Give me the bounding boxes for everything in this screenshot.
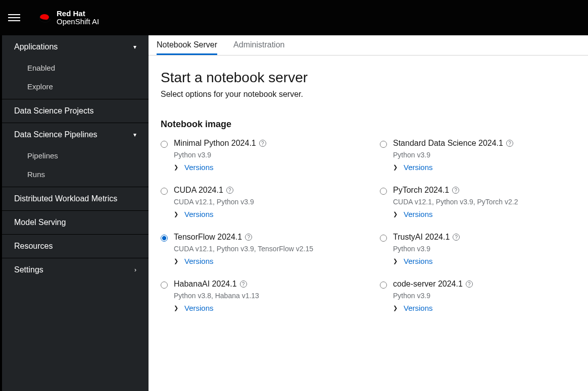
notebook-image-title: PyTorch 2024.1? [393,186,575,195]
sidebar-item-applications[interactable]: Applications ▾ [2,35,149,59]
notebook-image-radio[interactable] [161,141,168,148]
chevron-down-icon: ▾ [133,131,136,138]
notebook-image-description: CUDA v12.1, Python v3.9 [174,198,356,206]
versions-link[interactable]: Versions [184,304,214,312]
sidebar-item-enabled[interactable]: Enabled [2,59,149,77]
brand-line1: Red Hat [57,10,99,18]
notebook-image-radio[interactable] [161,282,168,289]
versions-link[interactable]: Versions [404,304,433,312]
sidebar-item-distributed-workload-metrics[interactable]: Distributed Workload Metrics [2,187,149,210]
notebook-image-title: code-server 2024.1? [393,280,575,289]
brand: Red Hat OpenShift AI [38,10,99,26]
help-icon[interactable]: ? [226,187,233,194]
help-icon[interactable]: ? [452,187,459,194]
page-subtitle: Select options for your notebook server. [161,90,576,99]
topbar: Red Hat OpenShift AI [0,0,588,35]
expand-versions-icon[interactable]: ❯ [174,305,178,311]
notebook-image-option[interactable]: HabanaAI 2024.1?Python v3.8, Habana v1.1… [161,280,356,312]
expand-versions-icon[interactable]: ❯ [174,258,178,264]
notebook-image-description: Python v3.9 [393,292,575,300]
tab-administration[interactable]: Administration [233,35,284,55]
versions-link[interactable]: Versions [404,257,433,265]
versions-link[interactable]: Versions [184,210,214,218]
help-icon[interactable]: ? [240,281,247,288]
help-icon[interactable]: ? [466,281,473,288]
expand-versions-icon[interactable]: ❯ [393,164,398,171]
versions-link[interactable]: Versions [184,257,214,265]
help-icon[interactable]: ? [506,140,513,147]
notebook-image-radio[interactable] [161,188,168,195]
notebook-image-radio[interactable] [161,235,168,242]
expand-versions-icon[interactable]: ❯ [393,258,398,264]
sidebar-item-explore[interactable]: Explore [2,77,149,99]
help-icon[interactable]: ? [453,234,460,241]
help-icon[interactable]: ? [259,140,266,147]
notebook-image-option[interactable]: CUDA 2024.1?CUDA v12.1, Python v3.9❯Vers… [161,186,356,218]
svg-point-1 [41,15,48,19]
notebook-image-title: TrustyAI 2024.1? [393,233,575,242]
sidebar-item-settings[interactable]: Settings › [2,258,149,282]
notebook-image-title: HabanaAI 2024.1? [174,280,356,289]
sidebar-item-data-science-pipelines[interactable]: Data Science Pipelines ▾ [2,123,149,146]
tabs: Notebook Server Administration [149,35,588,55]
sidebar-item-runs[interactable]: Runs [2,165,149,187]
notebook-image-description: Python v3.9 [393,151,575,159]
versions-link[interactable]: Versions [404,210,433,218]
notebook-image-option[interactable]: TensorFlow 2024.1?CUDA v12.1, Python v3.… [161,233,356,265]
expand-versions-icon[interactable]: ❯ [174,211,178,217]
notebook-image-title: CUDA 2024.1? [174,186,356,195]
notebook-image-option[interactable]: Standard Data Science 2024.1?Python v3.9… [380,139,575,172]
notebook-image-description: Python v3.9 [393,245,575,253]
expand-versions-icon[interactable]: ❯ [174,164,178,171]
notebook-image-title: Minimal Python 2024.1? [174,139,356,148]
chevron-right-icon: › [134,266,136,273]
notebook-image-description: CUDA v12.1, Python v3.9, TensorFlow v2.1… [174,245,356,253]
redhat-logo-icon [38,13,52,23]
notebook-image-description: Python v3.8, Habana v1.13 [174,292,356,300]
notebook-image-grid: Minimal Python 2024.1?Python v3.9❯Versio… [161,139,575,312]
notebook-image-description: CUDA v12.1, Python v3.9, PyTorch v2.2 [393,198,575,206]
page-title: Start a notebook server [161,70,576,86]
notebook-image-radio[interactable] [380,188,387,195]
versions-link[interactable]: Versions [404,163,433,172]
notebook-image-option[interactable]: code-server 2024.1?Python v3.9❯Versions [380,280,575,312]
notebook-image-radio[interactable] [380,282,387,289]
notebook-image-title: Standard Data Science 2024.1? [393,139,575,148]
tab-notebook-server[interactable]: Notebook Server [157,35,217,55]
sidebar: Applications ▾ Enabled Explore Data Scie… [0,35,149,391]
notebook-image-radio[interactable] [380,141,387,148]
notebook-image-option[interactable]: Minimal Python 2024.1?Python v3.9❯Versio… [161,139,356,172]
notebook-image-option[interactable]: TrustyAI 2024.1?Python v3.9❯Versions [380,233,575,265]
help-icon[interactable]: ? [245,234,252,241]
hamburger-menu-button[interactable] [8,12,20,24]
section-notebook-image: Notebook image [161,119,576,130]
chevron-down-icon: ▾ [133,43,136,50]
versions-link[interactable]: Versions [184,163,214,172]
expand-versions-icon[interactable]: ❯ [393,211,398,217]
sidebar-item-data-science-projects[interactable]: Data Science Projects [2,99,149,123]
notebook-image-radio[interactable] [380,235,387,242]
sidebar-item-pipelines[interactable]: Pipelines [2,146,149,165]
notebook-image-title: TensorFlow 2024.1? [174,233,356,242]
notebook-image-description: Python v3.9 [174,151,356,159]
sidebar-item-resources[interactable]: Resources [2,234,149,258]
notebook-image-option[interactable]: PyTorch 2024.1?CUDA v12.1, Python v3.9, … [380,186,575,218]
expand-versions-icon[interactable]: ❯ [393,305,398,311]
brand-line2: OpenShift AI [57,18,99,26]
main-content: Notebook Server Administration Start a n… [149,35,588,391]
sidebar-item-model-serving[interactable]: Model Serving [2,210,149,234]
